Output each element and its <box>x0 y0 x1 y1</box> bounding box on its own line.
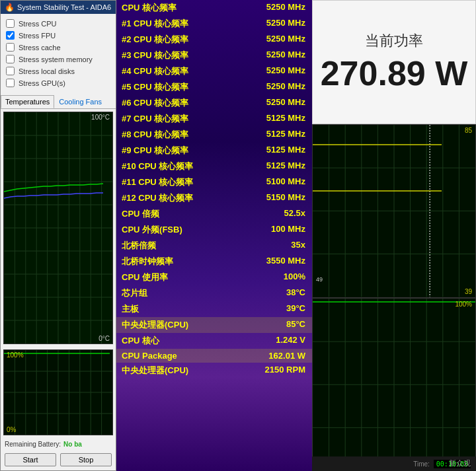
cpu-value-13: 52.5x <box>284 208 305 220</box>
cpu-value-23: 2150 RPM <box>265 365 305 377</box>
temp-graph-svg <box>4 112 112 344</box>
cpu-row-17: CPU 使用率 100% <box>116 270 312 285</box>
tab-cooling-fans[interactable]: Cooling Fans <box>54 95 106 108</box>
cpu-row-10: #10 CPU 核心频率 5125 MHz <box>116 159 312 174</box>
battery-bar: Remaining Battery: No ba <box>1 438 116 451</box>
checkbox-memory-label: Stress system memory <box>19 55 93 63</box>
cpu-label-7: #7 CPU 核心频率 <box>122 113 188 125</box>
checkbox-gpu-input[interactable] <box>6 79 15 87</box>
cpu-value-21: 1.242 V <box>276 335 305 347</box>
cpu-label-22: CPU Package <box>122 351 177 361</box>
cpu-label-10: #10 CPU 核心频率 <box>122 161 193 172</box>
power-panel: 当前功率 270.89 W <box>312 0 476 124</box>
cpu-row-4: #4 CPU 核心频率 5250 MHz <box>116 63 312 79</box>
cpu-row-19: 主板 39°C <box>116 301 312 317</box>
checkbox-cache-input[interactable] <box>6 43 15 52</box>
tab-temperatures[interactable]: Temperatures <box>1 95 54 108</box>
cpu-label-19: 主板 <box>122 303 139 315</box>
battery-label: Remaining Battery: <box>5 441 61 448</box>
cpu-row-0: CPU 核心频率 5250 MHz <box>116 0 312 16</box>
flame-icon: 🔥 <box>5 3 15 12</box>
cpu-table: CPU 核心频率 5250 MHz #1 CPU 核心频率 5250 MHz #… <box>116 0 312 379</box>
cpu-label-20: 中央处理器(CPU) <box>122 319 188 331</box>
cpu-value-7: 5125 MHz <box>266 113 305 125</box>
cpu-row-23: 中央处理器(CPU) 2150 RPM <box>116 363 312 379</box>
cpu-label-23: 中央处理器(CPU) <box>122 365 188 377</box>
cpu-value-4: 5250 MHz <box>266 65 305 77</box>
button-row: Start Stop <box>1 451 116 470</box>
cpu-row-12: #12 CPU 核心频率 5150 MHz <box>116 190 312 206</box>
battery-value: No ba <box>63 441 82 448</box>
cpu-row-5: #5 CPU 核心频率 5250 MHz <box>116 79 312 95</box>
checkbox-stress-disk[interactable]: Stress local disks <box>6 67 110 75</box>
checkbox-stress-cpu[interactable]: Stress CPU <box>6 19 110 28</box>
cpu-label-16: 北桥时钟频率 <box>122 256 173 268</box>
checkbox-disk-input[interactable] <box>6 67 15 75</box>
cpu-label-17: CPU 使用率 <box>122 272 168 283</box>
cpu-row-6: #6 CPU 核心频率 5250 MHz <box>116 95 312 111</box>
right-chart-bottom-label-tr: 100% <box>455 301 472 308</box>
cpu-value-19: 39°C <box>286 303 305 315</box>
chart-mid-label: 49 <box>316 276 323 283</box>
cpu-value-10: 5125 MHz <box>266 161 305 172</box>
bottom-chart-bottom-label: 0% <box>7 426 16 433</box>
cpu-value-18: 38°C <box>286 287 305 299</box>
cpu-row-15: 北桥倍频 35x <box>116 238 312 254</box>
checkbox-list: Stress CPU Stress FPU Stress cache Stres… <box>1 14 116 92</box>
cpu-label-18: 芯片组 <box>122 287 147 299</box>
temperature-graph: 100°C 0°C <box>3 112 113 344</box>
cpu-row-18: 芯片组 38°C <box>116 285 312 301</box>
right-chart-top: 85 39 49 <box>312 124 476 298</box>
cpu-label-0: CPU 核心频率 <box>122 2 177 14</box>
cpu-row-11: #11 CPU 核心频率 5100 MHz <box>116 174 312 190</box>
tabs-area: Temperatures Cooling Fans <box>1 95 116 109</box>
title-bar: 🔥 System Stability Test - AIDA6 <box>1 1 116 14</box>
cpu-label-11: #11 CPU 核心频率 <box>122 176 193 188</box>
power-value: 270.89 W <box>321 54 468 93</box>
cpu-row-9: #9 CPU 核心频率 5125 MHz <box>116 143 312 159</box>
checkbox-cpu-input[interactable] <box>6 19 15 28</box>
cpu-label-14: CPU 外频(FSB) <box>122 224 182 236</box>
cpu-value-3: 5250 MHz <box>266 50 305 61</box>
bottom-left-chart: 100% 0% <box>3 349 113 435</box>
cpu-value-9: 5125 MHz <box>266 145 305 157</box>
checkbox-cache-label: Stress cache <box>19 44 61 52</box>
cpu-value-12: 5150 MHz <box>266 192 305 204</box>
checkbox-stress-cache[interactable]: Stress cache <box>6 43 110 52</box>
cpu-value-16: 3550 MHz <box>266 256 305 268</box>
temp-line-2 <box>4 193 103 198</box>
cpu-row-22: CPU Package 162.01 W <box>116 349 312 363</box>
cpu-panel: CPU 核心频率 5250 MHz #1 CPU 核心频率 5250 MHz #… <box>116 0 312 471</box>
power-title: 当前功率 <box>365 31 423 51</box>
cpu-label-8: #8 CPU 核心频率 <box>122 129 188 141</box>
checkbox-stress-memory[interactable]: Stress system memory <box>6 55 110 63</box>
cpu-value-8: 5125 MHz <box>266 129 305 141</box>
cpu-label-13: CPU 倍频 <box>122 208 159 220</box>
cpu-label-15: 北桥倍频 <box>122 240 156 252</box>
checkbox-stress-fpu[interactable]: Stress FPU <box>6 31 110 40</box>
stop-button[interactable]: Stop <box>60 453 112 466</box>
cpu-label-12: #12 CPU 核心频率 <box>122 192 193 204</box>
bottom-chart-top-label: 100% <box>7 351 24 359</box>
right-chart-top-label-br: 39 <box>465 288 472 295</box>
temp-line <box>4 184 103 192</box>
cpu-row-16: 北桥时钟频率 3550 MHz <box>116 254 312 270</box>
graph-top-label: 100°C <box>91 114 110 121</box>
cpu-label-6: #6 CPU 核心频率 <box>122 97 188 109</box>
cpu-row-3: #3 CPU 核心频率 5250 MHz <box>116 48 312 63</box>
cpu-value-6: 5250 MHz <box>266 97 305 109</box>
start-button[interactable]: Start <box>5 453 56 466</box>
cpu-label-21: CPU 核心 <box>122 335 159 347</box>
checkbox-fpu-input[interactable] <box>6 31 15 40</box>
cpu-row-8: #8 CPU 核心频率 5125 MHz <box>116 127 312 143</box>
cpu-row-13: CPU 倍频 52.5x <box>116 206 312 222</box>
right-chart-bottom: 100% 100% <box>312 298 476 472</box>
watermark: 新众观 <box>449 458 471 468</box>
cpu-label-5: #5 CPU 核心频率 <box>122 81 188 93</box>
cpu-value-2: 5250 MHz <box>266 34 305 46</box>
checkbox-stress-gpu[interactable]: Stress GPU(s) <box>6 79 110 87</box>
cpu-label-9: #9 CPU 核心频率 <box>122 145 188 157</box>
checkbox-memory-input[interactable] <box>6 55 15 63</box>
cpu-value-20: 85°C <box>286 319 305 331</box>
cpu-value-5: 5250 MHz <box>266 81 305 93</box>
